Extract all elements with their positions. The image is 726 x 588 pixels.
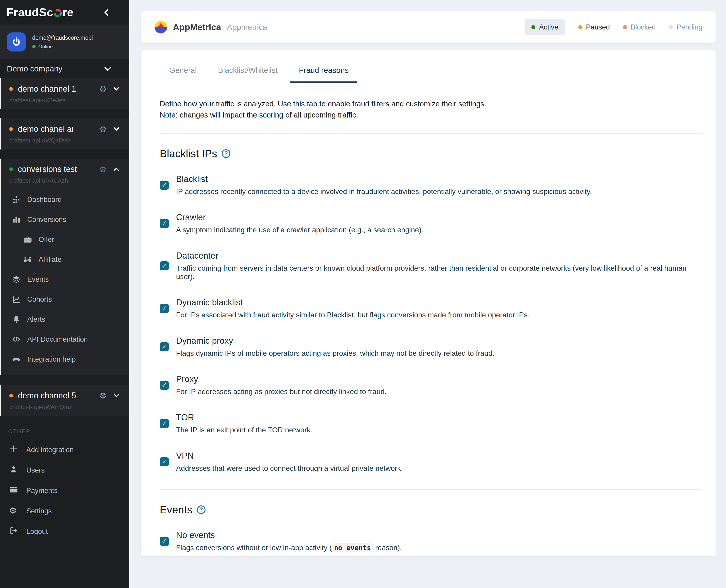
check-icon: ✓ [162,538,167,545]
blacklist-ips-items: ✓ Blacklist IP addresses recently connec… [160,174,702,472]
channel-status-dot-icon [9,87,13,91]
channel-gear-icon[interactable]: ⚙ [99,84,107,94]
checkbox-tor[interactable]: ✓ [160,419,169,428]
sidebar-item-label: Add integration [26,446,74,454]
filter-title: TOR [176,413,312,422]
status-label: Pending [677,23,702,31]
status-option-pending[interactable]: Pending [669,23,702,31]
company-selector[interactable]: Demo company [0,59,129,78]
sidebar-item-integration-help[interactable]: Integration help [1,349,129,369]
status-dot-icon [531,25,535,29]
sidebar-item-label: Users [26,466,45,474]
checkbox-no-events[interactable]: ✓ [160,537,169,546]
channel-api-key: crafttest-api-uWAmQmz [9,403,129,411]
channel-gear-icon[interactable]: ⚙ [99,125,107,134]
channel-conversions-test[interactable]: conversions test ⚙ crafttest-api-uRAUAzh… [0,159,129,375]
sidebar-item-add-integration[interactable]: Add integration [0,440,129,460]
user-block: demo@fraudscore.mobi Online [0,25,129,59]
checkbox-proxy[interactable]: ✓ [160,381,169,390]
company-name: Demo company [7,64,62,73]
channel-name: demo chanel ai [18,124,99,134]
checkbox-blacklist[interactable]: ✓ [160,181,169,190]
integration-header: AppMetrica Appmetrica Active Paused Bloc… [141,11,716,43]
user-email: demo@fraudscore.mobi [32,35,93,41]
sidebar-item-api-documentation[interactable]: API Documentation [1,329,129,349]
tab-blacklist-whitelist[interactable]: Blacklist/Whitelist [209,66,286,83]
sidebar-item-users[interactable]: Users [0,460,129,481]
channel-demo-chanel-ai[interactable]: demo chanel ai ⚙ crafttest-api-uWQnDvG [0,119,129,149]
sidebar-item-label: Settings [26,507,52,515]
check-icon: ✓ [162,458,167,465]
sidebar-item-label: Dashboard [27,195,62,204]
filter-description: A symptom indicating the use of a crawle… [176,226,423,234]
chevron-down-icon[interactable] [113,85,119,90]
channel-status-dot-icon [9,127,13,131]
check-icon: ✓ [162,381,167,389]
sidebar-item-settings[interactable]: ⚙ Settings [0,501,129,521]
channel-demo-channel-5[interactable]: demo channel 5 ⚙ crafttest-api-uWAmQmz [0,385,129,416]
filter-title: VPN [176,451,403,461]
chevron-down-icon[interactable] [113,125,119,131]
app-root: FraudScre demo@fraudscore.mobi Online De… [0,0,726,588]
channel-name: demo channel 1 [18,84,99,94]
checkbox-dynamic-proxy[interactable]: ✓ [160,342,169,351]
checkbox-vpn[interactable]: ✓ [160,457,169,466]
section-blacklist-ips-header: Blacklist IPs ? [160,147,702,160]
tab-general[interactable]: General [161,66,205,83]
status-option-active[interactable]: Active [524,19,565,35]
status-selector: Active Paused Blocked Pending [524,19,702,35]
sidebar-item-alerts[interactable]: Alerts [1,310,129,329]
status-dot-icon [623,25,627,29]
channel-gear-icon[interactable]: ⚙ [99,165,107,174]
filter-title: Datacenter [176,251,702,261]
integration-name: AppMetrica [173,22,221,32]
section-events-header: Events ? [160,503,702,516]
user-icon [9,465,20,476]
layers-icon [11,274,21,285]
sidebar-item-conversions[interactable]: Conversions [1,210,129,230]
plus-icon [9,444,20,455]
filter-item-blacklist: ✓ Blacklist IP addresses recently connec… [160,174,702,196]
channel-status-dot-icon [9,167,13,171]
sidebar-header: FraudScre [0,0,129,25]
status-option-blocked[interactable]: Blocked [623,23,656,31]
channel-api-key: crafttest-api-uRAUAzh [9,177,129,184]
help-icon[interactable]: ? [197,505,206,514]
chevron-down-icon [104,64,111,71]
sidebar-item-dashboard[interactable]: Dashboard [1,190,129,210]
checkbox-dynamic-blacklist[interactable]: ✓ [160,304,169,313]
channel-menu: Dashboard Conversions Offer [1,190,129,369]
status-option-paused[interactable]: Paused [578,23,610,31]
main-area: AppMetrica Appmetrica Active Paused Bloc… [129,0,726,588]
tab-description: Define how your traffic is analyzed. Use… [160,98,702,121]
gear-icon: ⚙ [9,506,20,517]
sidebar-collapse-icon[interactable] [104,9,111,16]
filter-description: For IPs associated with fraud activity s… [176,311,530,319]
sidebar-item-label: Integration help [27,355,76,363]
online-label: Online [38,44,53,50]
sidebar-item-logout[interactable]: Logout [0,521,129,542]
channel-gear-icon[interactable]: ⚙ [99,391,107,400]
tab-fraud-reasons[interactable]: Fraud reasons [290,66,357,83]
logo-color-ring-icon [54,9,62,17]
sidebar-item-payments[interactable]: Payments [0,481,129,501]
online-dot-icon [32,45,36,48]
briefcase-icon [23,235,33,245]
chevron-up-icon[interactable] [113,167,119,173]
filter-item-dynamic-proxy: ✓ Dynamic proxy Flags dynamic IPs of mob… [160,336,702,358]
sidebar-item-offer[interactable]: Offer [1,230,129,250]
checkbox-datacenter[interactable]: ✓ [160,261,169,270]
help-icon[interactable]: ? [222,149,230,158]
sidebar-item-events[interactable]: Events [1,270,129,290]
sidebar-item-label: Affiliate [39,255,61,264]
filter-title: Proxy [176,374,387,384]
checkbox-crawler[interactable]: ✓ [160,219,169,228]
filter-description: The IP is an exit point of the TOR netwo… [176,426,312,434]
sidebar-item-affiliate[interactable]: Affiliate [1,250,129,270]
channel-demo-channel-1[interactable]: demo channel 1 ⚙ crafttest-api-uX8e3ea [0,78,129,109]
sidebar-item-label: Cohorts [27,295,52,303]
sidebar-item-cohorts[interactable]: Cohorts [1,290,129,310]
filter-description: IP addresses recently connected to a dev… [176,187,592,196]
chevron-down-icon[interactable] [113,392,119,397]
filter-item-crawler: ✓ Crawler A symptom indicating the use o… [160,213,702,234]
